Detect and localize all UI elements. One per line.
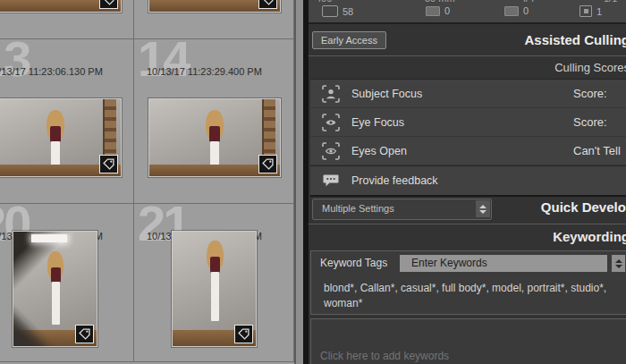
score-value: Score: [573, 115, 607, 129]
right-panel: 400 50 mm f/ P 1/1 58 0 0 1 Early Access… [309, 0, 626, 364]
grid-cell[interactable]: 21 10/13/17 11:29:57.190 PM [134, 204, 293, 361]
add-keywords-placeholder: Click here to add keywords [320, 350, 449, 362]
photo-content [211, 272, 219, 321]
keyword-tag-badge-icon[interactable] [258, 0, 277, 9]
score-row-subject-focus: Subject Focus Score: [310, 80, 626, 108]
early-access-button[interactable]: Early Access [312, 31, 386, 49]
keyword-tags-label: Keyword Tags [320, 257, 387, 269]
keyword-tag-badge-icon[interactable] [99, 0, 118, 9]
filter-count-value: 0 [523, 5, 529, 16]
flagged-count: 1 [579, 5, 602, 17]
keyword-tags-header: Keyword Tags Enter Keywords [311, 251, 626, 275]
photo-content [50, 126, 61, 142]
filter-count: 0 [426, 5, 450, 16]
dropdown-stepper-icon[interactable] [476, 200, 490, 217]
enter-keywords-dropdown[interactable]: Enter Keywords [400, 255, 607, 272]
feedback-label: Provide feedback [351, 174, 438, 187]
info-fragment: 1/1 [604, 0, 617, 4]
photo-content [51, 141, 60, 166]
grid-cell[interactable]: 14 10/13/17 11:23:29.400 PM [134, 39, 293, 203]
lightroom-window: 13 10/13/17 11:23:06.130 PM 14 10/13/17 … [0, 0, 626, 364]
metadata-info-strip: 400 50 mm f/ P 1/1 58 0 0 1 [309, 0, 626, 24]
culling-scores-section-label[interactable]: Culling Scores [554, 61, 626, 74]
keywords-text[interactable]: blond*, Callan*, casual*, full body*, mo… [311, 275, 626, 311]
info-fragment: f/ P [523, 0, 538, 4]
assisted-culling-panel-title[interactable]: Assisted Culling [524, 32, 626, 47]
score-value: Can't Tell [573, 144, 621, 157]
grid-cell[interactable]: 20 10/13/17 11:28:45.700 PM [0, 204, 134, 361]
grid-cell[interactable]: 13 10/13/17 11:23:06.130 PM [0, 39, 134, 203]
keyword-tags-box: Keyword Tags Enter Keywords blond*, Call… [310, 250, 626, 315]
culling-scores-group: Subject Focus Score: Eye Focus Score: [310, 79, 626, 197]
flag-gray-icon [504, 6, 519, 16]
score-row-label: Eye Focus [351, 116, 404, 129]
eyes-open-icon [322, 142, 340, 160]
photo-count: 58 [322, 5, 353, 17]
filter-count: 0 [504, 5, 529, 16]
keyword-tag-badge-icon[interactable] [258, 155, 277, 174]
divider [309, 55, 626, 56]
photo-count-value: 58 [343, 6, 353, 17]
score-row-label: Subject Focus [351, 88, 422, 100]
photo-content [210, 257, 220, 273]
quick-develop-panel-title[interactable]: Quick Develop [541, 199, 626, 215]
flag-gray-icon [426, 6, 440, 16]
score-row-eye-focus: Eye Focus Score: [310, 108, 626, 137]
add-keywords-box[interactable]: Click here to add keywords [310, 318, 626, 364]
flag-icon [579, 5, 592, 17]
keyword-tag-badge-icon[interactable] [99, 155, 118, 174]
provide-feedback-row[interactable]: Provide feedback [310, 165, 626, 195]
photo-thumbnail[interactable] [0, 98, 122, 177]
flagged-count-value: 1 [596, 6, 602, 17]
keyword-tag-badge-icon[interactable] [75, 325, 94, 343]
photo-content [210, 141, 219, 166]
photo-content [31, 234, 66, 242]
filter-count-value: 0 [444, 5, 450, 16]
score-row-eyes-open: Eyes Open Can't Tell [310, 137, 626, 165]
score-value: Score: [573, 87, 607, 100]
photo-thumbnail[interactable] [0, 0, 122, 13]
capture-timestamp: 10/13/17 11:23:29.400 PM [147, 66, 262, 77]
photo-thumbnail[interactable] [148, 0, 281, 13]
photo-thumbnail[interactable] [172, 231, 257, 347]
feedback-bubble-icon [322, 172, 340, 190]
photos-icon [322, 5, 338, 17]
info-fragment: 50 mm [425, 0, 455, 4]
score-row-label: Eyes Open [351, 145, 407, 157]
dropdown-value: Multiple Settings [313, 199, 491, 218]
enter-keywords-stepper-icon[interactable] [612, 255, 625, 272]
divider [309, 224, 626, 224]
photo-grid: 13 10/13/17 11:23:06.130 PM 14 10/13/17 … [0, 0, 295, 364]
photo-content [209, 126, 220, 142]
capture-timestamp: 10/13/17 11:23:06.130 PM [0, 66, 103, 77]
saved-preset-dropdown[interactable]: Multiple Settings [312, 199, 492, 220]
keywording-panel-title[interactable]: Keywording [553, 229, 626, 244]
photo-thumbnail[interactable] [13, 231, 97, 347]
photo-thumbnail[interactable] [148, 98, 281, 177]
keyword-tag-badge-icon[interactable] [234, 325, 253, 343]
subject-focus-icon [322, 85, 340, 103]
info-fragment: 400 [316, 0, 332, 4]
eye-focus-icon [322, 114, 340, 131]
